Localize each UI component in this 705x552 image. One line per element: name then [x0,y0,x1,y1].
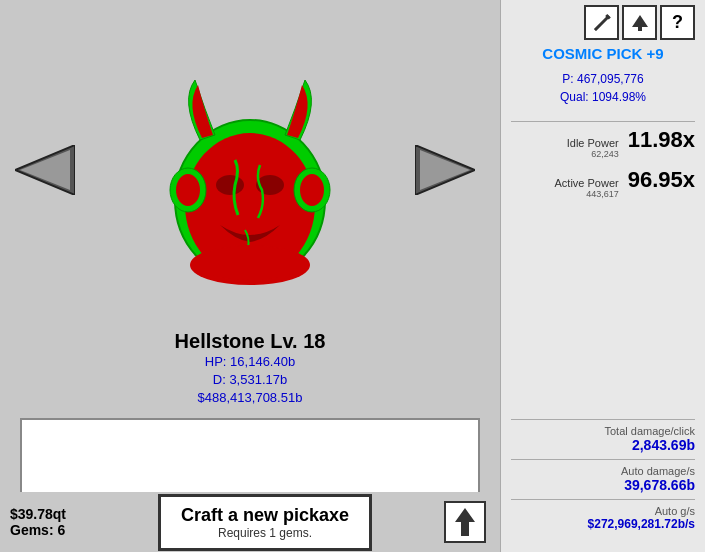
currency-info: $39.78qt Gems: 6 [10,506,100,538]
monster-info: Hellstone Lv. 18 HP: 16,146.40b D: 3,531… [175,330,326,408]
question-mark-icon: ? [672,12,683,33]
right-panel: ? COSMIC PICK +9 P: 467,095,776 Qual: 10… [500,0,705,552]
svg-marker-1 [20,150,70,190]
pick-stats: P: 467,095,776 Qual: 1094.98% [511,70,695,106]
gems-count: Gems: 6 [10,522,100,538]
help-icon-button[interactable]: ? [660,5,695,40]
craft-button-container: Craft a new pickaxe Requires 1 gems. [100,494,430,551]
total-damage-block: Total damage/click 2,843.69b [511,425,695,453]
craft-button-title: Craft a new pickaxe [181,505,349,526]
svg-point-5 [176,174,200,206]
svg-point-7 [300,174,324,206]
svg-marker-19 [632,15,648,31]
pick-qual-stat: Qual: 1094.98% [511,88,695,106]
divider-2 [511,419,695,420]
total-damage-label: Total damage/click [511,425,695,437]
svg-marker-13 [420,150,470,190]
idle-power-sublabel: 62,243 [591,149,619,159]
monster-hp: HP: 16,146.40b [175,353,326,371]
auto-g-value: $272,969,281.72b/s [511,517,695,531]
monster-display [150,70,350,300]
monster-damage: D: 3,531.17b [175,371,326,389]
craft-pickaxe-button[interactable]: Craft a new pickaxe Requires 1 gems. [158,494,372,551]
auto-damage-value: 39,678.66b [511,477,695,493]
total-damage-value: 2,843.69b [511,437,695,453]
active-power-block: Active Power 443,617 96.95x [511,167,695,199]
auto-damage-block: Auto damage/s 39,678.66b [511,465,695,493]
idle-power-value: 11.98x [628,127,695,153]
left-panel: Hellstone Lv. 18 HP: 16,146.40b D: 3,531… [0,0,500,552]
active-power-sublabel: 443,617 [586,189,619,199]
divider-1 [511,121,695,122]
pickaxe-icon-button[interactable] [584,5,619,40]
active-power-value: 96.95x [628,167,695,193]
bottom-stats: Total damage/click 2,843.69b Auto damage… [511,414,695,547]
upgrade-icon-button[interactable] [622,5,657,40]
bottom-bar: $39.78qt Gems: 6 Craft a new pickaxe Req… [0,492,500,552]
idle-power-block: Idle Power 62,243 11.98x [511,127,695,159]
monster-area [0,0,500,340]
svg-point-8 [216,175,244,195]
divider-3 [511,459,695,460]
auto-g-block: Auto g/s $272,969,281.72b/s [511,505,695,531]
main-container: Hellstone Lv. 18 HP: 16,146.40b D: 3,531… [0,0,705,552]
svg-point-11 [195,246,305,280]
idle-power-label: Idle Power [567,137,619,149]
top-icons: ? [511,5,695,40]
active-power-label: Active Power [555,177,619,189]
auto-damage-label: Auto damage/s [511,465,695,477]
left-arrow-button[interactable] [15,145,75,195]
pick-name: COSMIC PICK +9 [511,45,695,62]
divider-4 [511,499,695,500]
pick-p-stat: P: 467,095,776 [511,70,695,88]
auto-g-label: Auto g/s [511,505,695,517]
craft-button-subtitle: Requires 1 gems. [181,526,349,540]
upload-button[interactable] [440,497,490,547]
monster-reward: $488,413,708.51b [175,389,326,407]
right-arrow-button[interactable] [415,145,475,195]
monster-stats: HP: 16,146.40b D: 3,531.17b $488,413,708… [175,353,326,408]
currency-amount: $39.78qt [10,506,100,522]
